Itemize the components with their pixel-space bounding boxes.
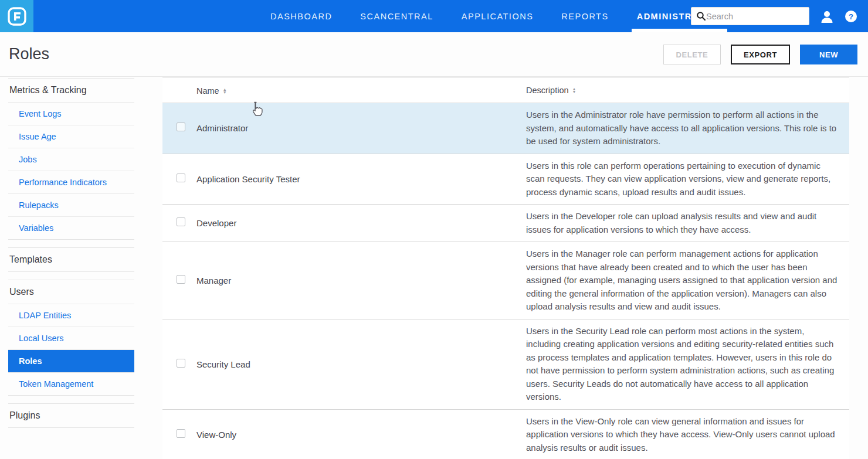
sidebar-item-ldap-entities[interactable]: LDAP Entities bbox=[8, 304, 134, 327]
row-checkbox[interactable] bbox=[177, 429, 185, 438]
sidebar-group-header-users: Users bbox=[8, 280, 134, 304]
sidebar-group-metrics-tracking: Metrics & TrackingEvent LogsIssue AgeJob… bbox=[8, 78, 134, 240]
fortify-logo-icon bbox=[7, 6, 27, 26]
role-description: Users in the Administrator role have per… bbox=[526, 103, 849, 154]
table-body: AdministratorUsers in the Administrator … bbox=[162, 103, 849, 459]
role-name: View-Only bbox=[196, 430, 526, 440]
row-checkbox-cell bbox=[162, 429, 196, 440]
table-row-administrator[interactable]: AdministratorUsers in the Administrator … bbox=[162, 103, 849, 154]
nav-item-dashboard[interactable]: DASHBOARD bbox=[263, 0, 340, 32]
export-button[interactable]: EXPORT bbox=[731, 45, 790, 64]
sort-icon: ▲▼ bbox=[223, 88, 227, 94]
table-header-row: Name ▲▼ Description ▲▼ bbox=[162, 77, 849, 103]
sidebar-group-header-plugins: Plugins bbox=[8, 403, 134, 427]
table-row-application-security-tester[interactable]: Application Security TesterUsers in this… bbox=[162, 154, 849, 205]
table-row-manager[interactable]: ManagerUsers in the Manager role can per… bbox=[162, 242, 849, 319]
column-header-description-label: Description bbox=[526, 84, 569, 97]
role-description: Users in the Security Lead role can perf… bbox=[526, 319, 849, 409]
sidebar-group-header-metrics-tracking: Metrics & Tracking bbox=[8, 78, 134, 102]
sidebar-item-performance-indicators[interactable]: Performance Indicators bbox=[8, 171, 134, 193]
delete-button[interactable]: DELETE bbox=[663, 45, 721, 64]
roles-table: Name ▲▼ Description ▲▼ AdministratorUser… bbox=[162, 77, 849, 459]
sidebar-item-issue-age[interactable]: Issue Age bbox=[8, 125, 134, 148]
role-name: Administrator bbox=[196, 123, 526, 133]
nav-item-scancentral[interactable]: SCANCENTRAL bbox=[352, 0, 440, 32]
nav-right: ? bbox=[691, 0, 857, 32]
role-name: Manager bbox=[196, 276, 526, 285]
search-input[interactable] bbox=[706, 12, 804, 21]
nav-menu: DASHBOARDSCANCENTRALAPPLICATIONSREPORTSA… bbox=[256, 0, 736, 32]
sidebar-item-event-logs[interactable]: Event Logs bbox=[8, 102, 134, 125]
row-checkbox-cell bbox=[162, 123, 196, 134]
toolbar: DELETE EXPORT NEW bbox=[663, 45, 857, 64]
column-header-name-label: Name bbox=[196, 86, 219, 96]
role-description: Users in the Developer role can upload a… bbox=[526, 205, 849, 242]
sidebar-item-roles[interactable]: Roles bbox=[8, 349, 134, 372]
sidebar-item-token-management[interactable]: Token Management bbox=[8, 372, 134, 395]
column-header-description[interactable]: Description ▲▼ bbox=[526, 84, 576, 97]
role-name: Developer bbox=[196, 218, 526, 228]
top-navbar: DASHBOARDSCANCENTRALAPPLICATIONSREPORTSA… bbox=[0, 0, 868, 32]
sidebar-group-users: UsersLDAP EntitiesLocal UsersRolesToken … bbox=[8, 280, 134, 396]
role-description: Users in the Manager role can perform ma… bbox=[526, 242, 849, 319]
row-checkbox[interactable] bbox=[177, 359, 185, 368]
svg-text:?: ? bbox=[849, 12, 853, 21]
role-name: Security Lead bbox=[196, 359, 526, 369]
row-checkbox-cell bbox=[162, 359, 196, 370]
help-icon[interactable]: ? bbox=[845, 10, 857, 23]
row-checkbox[interactable] bbox=[177, 174, 185, 182]
search-icon bbox=[696, 11, 706, 21]
nav-item-applications[interactable]: APPLICATIONS bbox=[454, 0, 541, 32]
role-description: Users in this role can perform operation… bbox=[526, 154, 849, 205]
nav-item-reports[interactable]: REPORTS bbox=[554, 0, 616, 32]
sidebar-item-variables[interactable]: Variables bbox=[8, 216, 134, 239]
row-checkbox-cell bbox=[162, 275, 196, 286]
sidebar-item-jobs[interactable]: Jobs bbox=[8, 148, 134, 171]
user-account-icon[interactable] bbox=[819, 9, 835, 23]
table-row-view-only[interactable]: View-OnlyUsers in the View-Only role can… bbox=[162, 410, 849, 459]
search-box[interactable] bbox=[691, 7, 809, 25]
row-checkbox[interactable] bbox=[177, 275, 185, 284]
row-checkbox[interactable] bbox=[177, 123, 185, 131]
sidebar-group-plugins: Plugins bbox=[8, 403, 134, 428]
table-row-security-lead[interactable]: Security LeadUsers in the Security Lead … bbox=[162, 319, 849, 410]
row-checkbox[interactable] bbox=[177, 217, 185, 226]
role-description: Users in the View-Only role can view gen… bbox=[526, 410, 849, 459]
sidebar-item-local-users[interactable]: Local Users bbox=[8, 327, 134, 349]
admin-sidebar: Metrics & TrackingEvent LogsIssue AgeJob… bbox=[8, 78, 134, 436]
fortify-logo[interactable] bbox=[0, 0, 33, 32]
sidebar-group-templates: Templates bbox=[8, 247, 134, 272]
table-row-developer[interactable]: DeveloperUsers in the Developer role can… bbox=[162, 205, 849, 242]
sort-icon: ▲▼ bbox=[572, 87, 577, 93]
page-title: Roles bbox=[9, 45, 49, 63]
title-bar: Roles DELETE EXPORT NEW bbox=[0, 32, 868, 77]
sidebar-item-rulepacks[interactable]: Rulepacks bbox=[8, 193, 134, 216]
sidebar-group-header-templates: Templates bbox=[8, 247, 134, 271]
role-name: Application Security Tester bbox=[196, 174, 526, 184]
row-checkbox-cell bbox=[162, 174, 196, 185]
row-checkbox-cell bbox=[162, 217, 196, 229]
column-header-name[interactable]: Name ▲▼ bbox=[196, 86, 227, 96]
new-button[interactable]: NEW bbox=[800, 45, 857, 64]
